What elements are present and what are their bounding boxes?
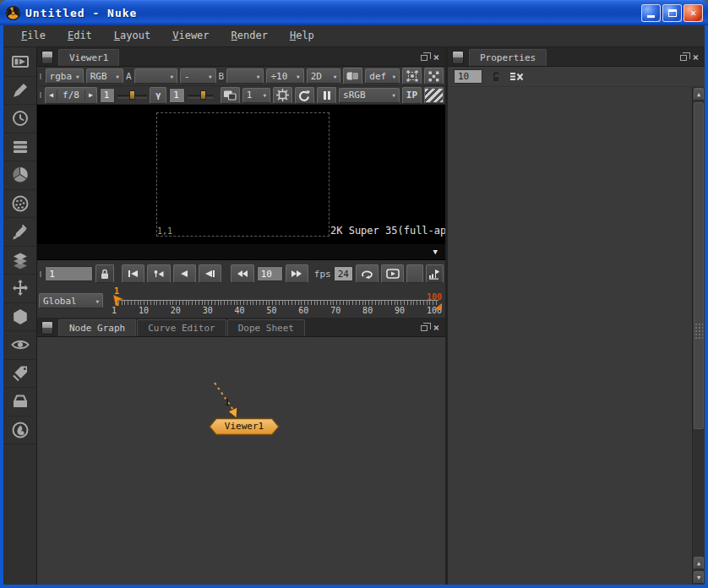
row-collapse-handle[interactable] [39, 67, 43, 85]
scrub-dropdown-icon[interactable]: ▼ [433, 248, 438, 256]
3d-nodes-button[interactable] [4, 303, 36, 332]
frame-increment-field[interactable]: 10 [257, 266, 283, 281]
b-buffer-dropdown[interactable] [226, 68, 264, 84]
gain-right-arrow-icon[interactable]: ▶ [85, 91, 96, 99]
timeline-ruler[interactable]: 1102030405060708090100 1 100 [112, 290, 442, 317]
gate-display-button[interactable] [273, 87, 292, 104]
row-collapse-handle[interactable] [39, 260, 42, 287]
minimize-button[interactable] [641, 4, 661, 22]
time-nodes-button[interactable] [4, 105, 36, 133]
play-in-frame-button[interactable] [381, 264, 404, 283]
ab-blend-dropdown[interactable]: - [180, 68, 215, 84]
scroll-up-button-2[interactable]: ▲ [694, 557, 704, 569]
previous-keyframe-button[interactable] [147, 264, 170, 283]
image-nodes-button[interactable] [4, 48, 36, 77]
scrollbar-track[interactable] [694, 101, 704, 556]
splitter-grip[interactable] [694, 323, 703, 340]
display-number-dropdown[interactable]: 1 [242, 88, 270, 103]
pause-viewer-button[interactable] [317, 87, 336, 104]
play-backward-button[interactable] [173, 264, 196, 283]
other-nodes-button[interactable] [4, 416, 36, 445]
float-panel-icon[interactable] [680, 55, 687, 61]
gain-slider[interactable] [117, 89, 147, 102]
max-panels-field[interactable]: 10 [454, 69, 482, 84]
metadata-nodes-button[interactable] [4, 360, 36, 389]
filter-nodes-button[interactable] [4, 190, 36, 219]
current-frame-field[interactable]: 1 [45, 266, 93, 281]
frame-range-dropdown[interactable]: Global [39, 293, 103, 308]
gain-left-arrow-icon[interactable]: ◀ [46, 91, 57, 99]
channels-dropdown[interactable]: rgba [46, 68, 84, 84]
menu-viewer[interactable]: Viewer [161, 25, 220, 46]
scroll-down-button[interactable]: ▼ [694, 571, 704, 584]
refresh-viewer-button[interactable] [295, 87, 314, 104]
tab-node-graph[interactable]: Node Graph [58, 319, 136, 336]
draw-nodes-button[interactable] [4, 77, 36, 106]
transform-nodes-button[interactable] [4, 275, 36, 303]
roi-region-button[interactable] [402, 68, 422, 84]
titlebar[interactable]: Untitled - Nuke ✕ [0, 0, 708, 25]
range-toggle-button[interactable] [406, 264, 422, 283]
proxy-toggle-button[interactable] [424, 68, 444, 84]
display-channels-dropdown[interactable]: RGB [86, 68, 123, 84]
loop-mode-button[interactable] [356, 264, 379, 283]
fps-field[interactable]: 24 [334, 266, 353, 281]
menu-help[interactable]: Help [279, 25, 325, 46]
gamma-slider[interactable] [188, 89, 213, 102]
gamma-value-field[interactable]: 1 [169, 88, 184, 103]
goto-start-button[interactable] [122, 264, 144, 283]
color-nodes-button[interactable] [4, 161, 36, 190]
viewer-lut-dropdown[interactable]: sRGB [339, 88, 400, 103]
downrez-dropdown[interactable]: ÷10 [266, 68, 303, 84]
scrollbar-thumb[interactable] [694, 102, 704, 429]
timeline-display-button[interactable] [426, 264, 444, 283]
timeline-playhead[interactable]: 1 [112, 288, 125, 307]
gain-control[interactable]: ◀ f/8 ▶ [45, 87, 97, 104]
menu-layout[interactable]: Layout [103, 25, 161, 46]
row-collapse-handle[interactable] [39, 86, 42, 104]
close-panel-icon[interactable]: × [433, 54, 439, 61]
menu-file[interactable]: File [10, 25, 57, 46]
viewer-canvas[interactable]: 1,1 2K Super 35(full-ap) [37, 105, 445, 243]
jump-forward-button[interactable] [286, 264, 308, 283]
scroll-up-button[interactable]: ▲ [694, 88, 704, 101]
tab-properties[interactable]: Properties [469, 49, 547, 66]
step-back-button[interactable] [199, 264, 221, 283]
pane-menu-button[interactable] [41, 321, 53, 335]
stereo-camera-button[interactable] [343, 68, 362, 84]
a-buffer-dropdown[interactable] [134, 68, 177, 84]
pane-menu-button[interactable] [41, 51, 53, 64]
menu-edit[interactable]: Edit [57, 25, 103, 46]
close-all-panels-icon[interactable] [509, 72, 524, 82]
properties-scrollbar[interactable]: ▲ ▲ ▼ [692, 87, 705, 585]
roi-dropdown[interactable]: def [365, 68, 400, 84]
maximize-button[interactable] [662, 4, 682, 22]
gamma-button[interactable]: γ [150, 87, 166, 104]
close-panel-icon[interactable]: × [693, 54, 699, 61]
nodegraph-canvas[interactable]: 1 Viewer1 [37, 337, 445, 585]
channel-nodes-button[interactable] [4, 133, 36, 162]
float-panel-icon[interactable] [421, 325, 428, 331]
tab-dope-sheet[interactable]: Dope Sheet [227, 319, 305, 336]
menu-render[interactable]: Render [221, 25, 279, 46]
display-output-button[interactable] [221, 87, 240, 104]
keyer-nodes-button[interactable] [4, 218, 36, 247]
view-mode-dropdown[interactable]: 2D [307, 68, 341, 84]
jump-back-button[interactable] [231, 264, 253, 283]
close-panel-icon[interactable]: × [433, 324, 439, 331]
pane-menu-button[interactable] [452, 51, 464, 64]
toolsets-nodes-button[interactable] [4, 388, 36, 416]
views-nodes-button[interactable] [4, 331, 36, 360]
gain-value-field[interactable]: 1 [100, 88, 115, 103]
viewer-scrub-bar[interactable]: ▼ [37, 243, 445, 260]
tab-viewer1[interactable]: Viewer1 [58, 49, 119, 66]
unlock-icon[interactable] [490, 71, 502, 83]
input-process-button[interactable]: IP [402, 87, 422, 104]
close-button[interactable]: ✕ [683, 4, 703, 22]
float-panel-icon[interactable] [421, 55, 428, 61]
merge-nodes-button[interactable] [4, 247, 36, 275]
viewer1-node[interactable]: Viewer1 [209, 417, 280, 436]
lock-range-button[interactable] [95, 264, 113, 283]
tab-curve-editor[interactable]: Curve Editor [137, 319, 226, 336]
checkerboard-button[interactable] [424, 87, 444, 104]
